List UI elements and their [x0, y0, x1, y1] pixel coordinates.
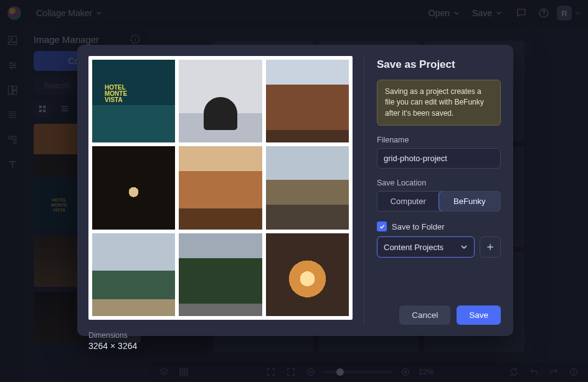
filename-label: Filename: [377, 136, 501, 144]
collage-preview: HOTELMONTEVISTA: [88, 56, 353, 320]
save-to-folder-checkbox[interactable]: [377, 221, 387, 231]
preview-cell: [92, 233, 175, 316]
save-location-segment: Computer BeFunky: [377, 191, 501, 212]
cancel-button[interactable]: Cancel: [399, 305, 450, 325]
plus-icon: [485, 242, 495, 252]
dimensions-label: Dimensions: [88, 331, 353, 340]
save-notice: Saving as a project creates a file you c…: [377, 80, 501, 126]
folder-selected-value: Content Projects: [384, 243, 443, 252]
preview-cell: HOTELMONTEVISTA: [92, 60, 175, 142]
preview-cell: [266, 233, 349, 316]
modal-title: Save as Project: [377, 58, 501, 71]
check-icon: [379, 223, 386, 230]
folder-select[interactable]: Content Projects: [377, 236, 475, 258]
preview-cell: [179, 60, 262, 142]
save-to-folder-label: Save to Folder: [392, 222, 445, 231]
location-computer-option[interactable]: Computer: [377, 192, 439, 211]
dimensions-value: 3264 × 3264: [88, 341, 353, 351]
chevron-down-icon: [460, 243, 468, 251]
save-button[interactable]: Save: [457, 305, 501, 325]
filename-input[interactable]: [377, 148, 501, 169]
preview-cell: [179, 146, 262, 229]
modal-form-pane: Save as Project Saving as a project crea…: [364, 45, 513, 336]
preview-cell: [266, 146, 349, 229]
modal-preview-pane: HOTELMONTEVISTA Dimensions 3264 × 3264: [77, 45, 364, 336]
modal-actions: Cancel Save: [377, 305, 501, 325]
preview-cell: [179, 233, 262, 316]
save-project-modal: HOTELMONTEVISTA Dimensions 3264 × 3264 S…: [77, 45, 513, 336]
preview-cell: [266, 60, 349, 142]
preview-cell: [92, 146, 175, 229]
save-location-label: Save Location: [377, 179, 501, 187]
location-befunky-option[interactable]: BeFunky: [439, 191, 501, 212]
add-folder-button[interactable]: [480, 236, 501, 258]
